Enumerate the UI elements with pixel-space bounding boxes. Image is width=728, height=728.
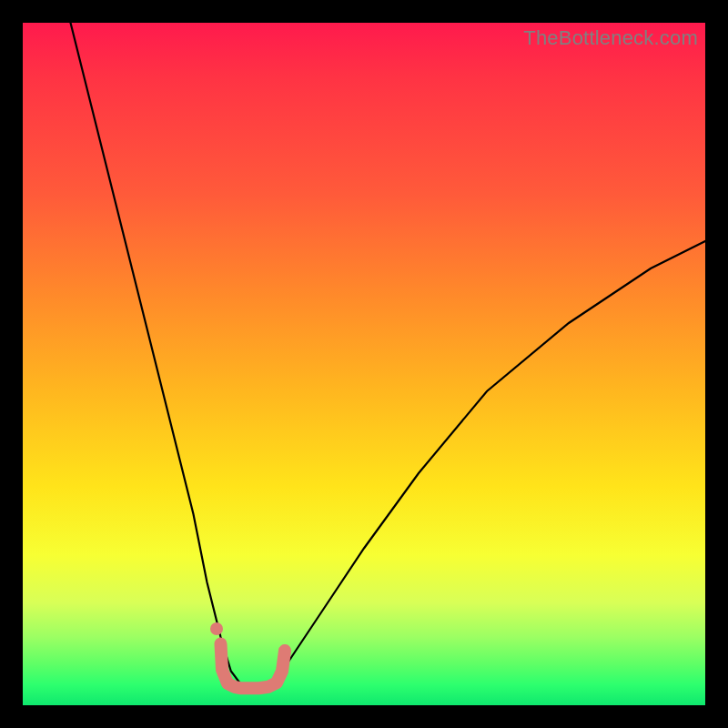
- bottleneck-curve: [71, 23, 706, 688]
- watermark-text: TheBottleneck.com: [523, 26, 698, 50]
- chart-frame: TheBottleneck.com: [23, 23, 705, 705]
- chart-overlay-svg: [23, 23, 705, 705]
- trough-start-dot: [210, 622, 223, 635]
